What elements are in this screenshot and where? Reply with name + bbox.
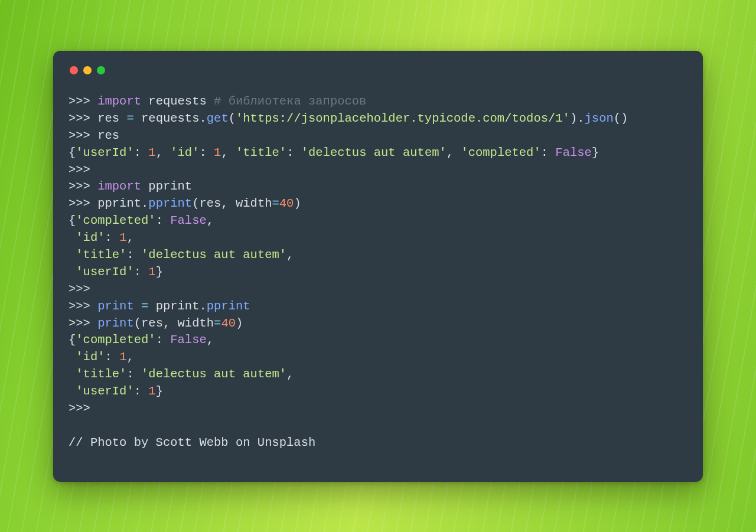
code-token: False xyxy=(555,146,592,159)
code-token: pprint xyxy=(148,197,192,210)
code-line: >>> xyxy=(69,400,687,417)
code-token: 'title' xyxy=(236,146,286,159)
code-token: 40 xyxy=(221,316,236,330)
code-token: 1 xyxy=(119,231,126,244)
window-traffic-lights xyxy=(70,66,687,74)
code-token: print xyxy=(97,299,134,313)
code-token: . xyxy=(199,112,206,125)
code-token: : xyxy=(105,231,120,244)
code-token: import xyxy=(97,179,148,193)
code-token: : xyxy=(199,146,214,159)
code-token: ( xyxy=(134,316,141,330)
code-token: >>> xyxy=(69,282,90,296)
code-token: >>> xyxy=(69,163,90,177)
code-token: = xyxy=(272,197,279,210)
code-token: >>> xyxy=(69,316,97,330)
code-line: 'id': 1, xyxy=(69,230,687,247)
code-line: 'title': 'delectus aut autem', xyxy=(69,247,687,264)
code-token xyxy=(69,384,76,398)
code-token: >>> xyxy=(69,402,90,415)
code-token: { xyxy=(69,333,76,347)
code-token: , xyxy=(207,214,214,227)
code-token: 'delectus aut autem' xyxy=(141,367,286,381)
code-token xyxy=(69,231,76,244)
code-token: 'userId' xyxy=(76,146,133,159)
code-token: : xyxy=(286,146,301,159)
code-line: >>> print = pprint.pprint xyxy=(69,298,687,315)
code-token: pprint xyxy=(156,299,200,313)
code-token: : xyxy=(134,146,149,159)
code-token: : xyxy=(156,214,171,227)
code-token xyxy=(69,367,76,381)
code-token: 'id' xyxy=(170,146,199,159)
code-token: ) xyxy=(294,197,301,210)
code-token: : xyxy=(126,367,141,381)
code-token: 'completed' xyxy=(461,146,540,159)
code-token: , xyxy=(286,248,294,262)
code-token: False xyxy=(170,214,207,227)
code-line: 'title': 'delectus aut autem', xyxy=(69,366,687,383)
code-token: res xyxy=(97,129,119,142)
code-token: , xyxy=(126,350,133,364)
code-line: 'userId': 1} xyxy=(69,264,687,281)
code-token: = xyxy=(214,316,221,330)
code-line xyxy=(69,417,687,435)
code-token: ) xyxy=(236,316,243,330)
code-token: json xyxy=(585,112,614,125)
code-line: >>> res xyxy=(69,128,687,145)
code-token xyxy=(134,299,141,313)
code-token: 1 xyxy=(148,146,155,159)
code-token: pprint xyxy=(148,179,192,193)
code-token: , xyxy=(286,367,294,381)
code-token xyxy=(69,248,76,262)
code-token: , xyxy=(126,231,133,244)
code-token: : xyxy=(105,350,120,364)
code-line: >>> pprint.pprint(res, width=40) xyxy=(69,195,687,213)
code-token: // Photo by Scott Webb on Unsplash xyxy=(69,436,315,449)
close-icon[interactable] xyxy=(70,66,78,74)
code-token: 'completed' xyxy=(76,214,155,227)
code-line: // Photo by Scott Webb on Unsplash xyxy=(69,435,687,452)
code-token: pprint xyxy=(207,299,250,313)
code-token: # библиотека запросов xyxy=(214,94,366,108)
code-token: import xyxy=(97,94,148,108)
code-token: >>> xyxy=(69,129,97,142)
code-token: False xyxy=(170,333,207,347)
code-token: >>> xyxy=(69,299,97,313)
code-token: print xyxy=(97,316,134,330)
code-token: res, width xyxy=(141,316,214,330)
code-line: >>> print(res, width=40) xyxy=(69,315,687,332)
code-token: >>> xyxy=(69,179,97,193)
code-token: = xyxy=(141,299,156,313)
code-token: , xyxy=(156,146,171,159)
code-token: 'id' xyxy=(76,231,105,244)
zoom-icon[interactable] xyxy=(97,66,105,74)
code-token: } xyxy=(156,265,163,279)
code-token: : xyxy=(541,146,556,159)
code-token: . xyxy=(141,197,148,210)
code-token: requests xyxy=(148,94,214,108)
code-token: 'userId' xyxy=(76,265,133,279)
code-token: 1 xyxy=(148,265,155,279)
code-token: = xyxy=(126,112,141,125)
code-token: } xyxy=(592,146,599,159)
minimize-icon[interactable] xyxy=(83,66,92,74)
code-token: : xyxy=(134,265,149,279)
code-token: . xyxy=(199,299,206,313)
code-token: res, width xyxy=(199,197,272,210)
code-token: , xyxy=(207,333,214,347)
code-token: get xyxy=(207,112,229,125)
code-token: 'completed' xyxy=(76,333,155,347)
code-token: } xyxy=(156,384,163,398)
code-token: 1 xyxy=(119,350,126,364)
code-token: 'id' xyxy=(76,350,105,364)
code-token: >>> xyxy=(69,112,97,125)
code-line: 'id': 1, xyxy=(69,349,687,366)
code-token: 40 xyxy=(279,197,294,210)
code-token: 1 xyxy=(148,384,155,398)
code-token: () xyxy=(614,112,628,125)
code-line: >>> xyxy=(69,281,687,298)
code-token: 1 xyxy=(214,146,221,159)
code-token: ) xyxy=(570,112,577,125)
code-line: {'completed': False, xyxy=(69,332,687,349)
